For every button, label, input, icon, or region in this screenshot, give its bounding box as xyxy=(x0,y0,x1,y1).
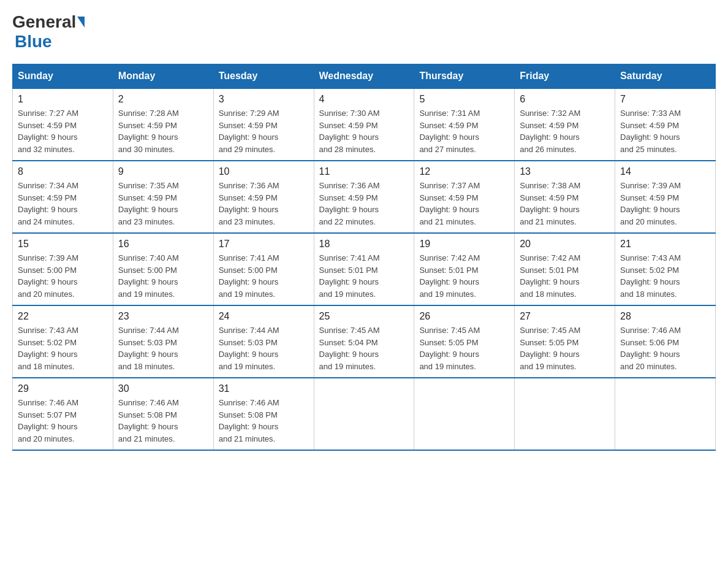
column-header-friday: Friday xyxy=(515,64,615,89)
day-number: 20 xyxy=(520,239,610,250)
day-info: Sunrise: 7:44 AM Sunset: 5:03 PM Dayligh… xyxy=(118,324,208,372)
day-number: 29 xyxy=(18,383,108,394)
column-header-sunday: Sunday xyxy=(13,64,113,89)
calendar-cell: 27 Sunrise: 7:45 AM Sunset: 5:05 PM Dayl… xyxy=(515,305,615,378)
day-info: Sunrise: 7:32 AM Sunset: 4:59 PM Dayligh… xyxy=(520,107,610,155)
day-number: 19 xyxy=(419,239,509,250)
page-header: General Blue xyxy=(12,12,716,52)
calendar-cell: 5 Sunrise: 7:31 AM Sunset: 4:59 PM Dayli… xyxy=(414,88,515,161)
day-info: Sunrise: 7:45 AM Sunset: 5:05 PM Dayligh… xyxy=(520,324,610,372)
day-number: 3 xyxy=(219,94,309,105)
calendar-week-row: 15 Sunrise: 7:39 AM Sunset: 5:00 PM Dayl… xyxy=(13,233,716,305)
day-info: Sunrise: 7:35 AM Sunset: 4:59 PM Dayligh… xyxy=(118,180,208,228)
day-info: Sunrise: 7:41 AM Sunset: 5:00 PM Dayligh… xyxy=(219,252,309,300)
day-info: Sunrise: 7:44 AM Sunset: 5:03 PM Dayligh… xyxy=(219,324,309,372)
day-number: 4 xyxy=(319,94,409,105)
logo-blue-text: Blue xyxy=(15,32,52,51)
day-info: Sunrise: 7:39 AM Sunset: 5:00 PM Dayligh… xyxy=(18,252,108,300)
day-number: 12 xyxy=(419,166,509,177)
calendar-cell xyxy=(314,378,414,450)
calendar-cell: 20 Sunrise: 7:42 AM Sunset: 5:01 PM Dayl… xyxy=(515,233,615,305)
day-info: Sunrise: 7:46 AM Sunset: 5:06 PM Dayligh… xyxy=(620,324,710,372)
calendar-cell: 21 Sunrise: 7:43 AM Sunset: 5:02 PM Dayl… xyxy=(615,233,716,305)
calendar-cell: 7 Sunrise: 7:33 AM Sunset: 4:59 PM Dayli… xyxy=(615,88,716,161)
logo: General Blue xyxy=(12,12,85,52)
calendar-cell: 23 Sunrise: 7:44 AM Sunset: 5:03 PM Dayl… xyxy=(113,305,213,378)
calendar-cell: 3 Sunrise: 7:29 AM Sunset: 4:59 PM Dayli… xyxy=(213,88,314,161)
calendar-week-row: 29 Sunrise: 7:46 AM Sunset: 5:07 PM Dayl… xyxy=(13,378,716,450)
day-number: 1 xyxy=(18,94,108,105)
day-info: Sunrise: 7:34 AM Sunset: 4:59 PM Dayligh… xyxy=(18,180,108,228)
day-info: Sunrise: 7:45 AM Sunset: 5:04 PM Dayligh… xyxy=(319,324,409,372)
calendar-cell: 10 Sunrise: 7:36 AM Sunset: 4:59 PM Dayl… xyxy=(213,161,314,233)
day-info: Sunrise: 7:29 AM Sunset: 4:59 PM Dayligh… xyxy=(219,107,309,155)
calendar-cell: 17 Sunrise: 7:41 AM Sunset: 5:00 PM Dayl… xyxy=(213,233,314,305)
day-number: 28 xyxy=(620,311,710,322)
day-number: 27 xyxy=(520,311,610,322)
day-info: Sunrise: 7:43 AM Sunset: 5:02 PM Dayligh… xyxy=(620,252,710,300)
calendar-cell xyxy=(414,378,515,450)
day-info: Sunrise: 7:43 AM Sunset: 5:02 PM Dayligh… xyxy=(18,324,108,372)
calendar-cell: 18 Sunrise: 7:41 AM Sunset: 5:01 PM Dayl… xyxy=(314,233,414,305)
day-number: 24 xyxy=(219,311,309,322)
calendar-cell: 8 Sunrise: 7:34 AM Sunset: 4:59 PM Dayli… xyxy=(13,161,113,233)
day-number: 9 xyxy=(118,166,208,177)
calendar-cell: 19 Sunrise: 7:42 AM Sunset: 5:01 PM Dayl… xyxy=(414,233,515,305)
day-number: 23 xyxy=(118,311,208,322)
column-header-tuesday: Tuesday xyxy=(213,64,314,89)
day-info: Sunrise: 7:40 AM Sunset: 5:00 PM Dayligh… xyxy=(118,252,208,300)
calendar-week-row: 1 Sunrise: 7:27 AM Sunset: 4:59 PM Dayli… xyxy=(13,88,716,161)
calendar-cell: 13 Sunrise: 7:38 AM Sunset: 4:59 PM Dayl… xyxy=(515,161,615,233)
calendar-cell: 29 Sunrise: 7:46 AM Sunset: 5:07 PM Dayl… xyxy=(13,378,113,450)
day-number: 6 xyxy=(520,94,610,105)
day-number: 18 xyxy=(319,239,409,250)
day-info: Sunrise: 7:28 AM Sunset: 4:59 PM Dayligh… xyxy=(118,107,208,155)
calendar-cell: 2 Sunrise: 7:28 AM Sunset: 4:59 PM Dayli… xyxy=(113,88,213,161)
day-number: 14 xyxy=(620,166,710,177)
column-header-thursday: Thursday xyxy=(414,64,515,89)
day-number: 11 xyxy=(319,166,409,177)
day-info: Sunrise: 7:46 AM Sunset: 5:08 PM Dayligh… xyxy=(118,397,208,445)
calendar-cell: 26 Sunrise: 7:45 AM Sunset: 5:05 PM Dayl… xyxy=(414,305,515,378)
day-info: Sunrise: 7:36 AM Sunset: 4:59 PM Dayligh… xyxy=(219,180,309,228)
calendar-cell: 4 Sunrise: 7:30 AM Sunset: 4:59 PM Dayli… xyxy=(314,88,414,161)
calendar-cell: 24 Sunrise: 7:44 AM Sunset: 5:03 PM Dayl… xyxy=(213,305,314,378)
column-header-wednesday: Wednesday xyxy=(314,64,414,89)
calendar-cell: 14 Sunrise: 7:39 AM Sunset: 4:59 PM Dayl… xyxy=(615,161,716,233)
day-number: 13 xyxy=(520,166,610,177)
calendar-cell xyxy=(515,378,615,450)
column-header-monday: Monday xyxy=(113,64,213,89)
calendar-cell: 11 Sunrise: 7:36 AM Sunset: 4:59 PM Dayl… xyxy=(314,161,414,233)
day-number: 25 xyxy=(319,311,409,322)
day-info: Sunrise: 7:46 AM Sunset: 5:07 PM Dayligh… xyxy=(18,397,108,445)
calendar-cell: 30 Sunrise: 7:46 AM Sunset: 5:08 PM Dayl… xyxy=(113,378,213,450)
day-info: Sunrise: 7:42 AM Sunset: 5:01 PM Dayligh… xyxy=(419,252,509,300)
day-info: Sunrise: 7:36 AM Sunset: 4:59 PM Dayligh… xyxy=(319,180,409,228)
day-info: Sunrise: 7:37 AM Sunset: 4:59 PM Dayligh… xyxy=(419,180,509,228)
day-info: Sunrise: 7:30 AM Sunset: 4:59 PM Dayligh… xyxy=(319,107,409,155)
day-number: 2 xyxy=(118,94,208,105)
calendar-cell: 6 Sunrise: 7:32 AM Sunset: 4:59 PM Dayli… xyxy=(515,88,615,161)
calendar-cell: 1 Sunrise: 7:27 AM Sunset: 4:59 PM Dayli… xyxy=(13,88,113,161)
day-number: 26 xyxy=(419,311,509,322)
day-info: Sunrise: 7:31 AM Sunset: 4:59 PM Dayligh… xyxy=(419,107,509,155)
calendar-cell: 25 Sunrise: 7:45 AM Sunset: 5:04 PM Dayl… xyxy=(314,305,414,378)
calendar-table: SundayMondayTuesdayWednesdayThursdayFrid… xyxy=(12,64,716,451)
day-number: 30 xyxy=(118,383,208,394)
day-number: 8 xyxy=(18,166,108,177)
calendar-cell: 12 Sunrise: 7:37 AM Sunset: 4:59 PM Dayl… xyxy=(414,161,515,233)
day-number: 10 xyxy=(219,166,309,177)
day-number: 22 xyxy=(18,311,108,322)
column-header-saturday: Saturday xyxy=(615,64,716,89)
calendar-week-row: 22 Sunrise: 7:43 AM Sunset: 5:02 PM Dayl… xyxy=(13,305,716,378)
day-number: 7 xyxy=(620,94,710,105)
logo-general-text: General xyxy=(12,12,76,32)
day-info: Sunrise: 7:38 AM Sunset: 4:59 PM Dayligh… xyxy=(520,180,610,228)
calendar-cell: 15 Sunrise: 7:39 AM Sunset: 5:00 PM Dayl… xyxy=(13,233,113,305)
calendar-cell: 16 Sunrise: 7:40 AM Sunset: 5:00 PM Dayl… xyxy=(113,233,213,305)
day-number: 5 xyxy=(419,94,509,105)
day-info: Sunrise: 7:45 AM Sunset: 5:05 PM Dayligh… xyxy=(419,324,509,372)
day-info: Sunrise: 7:41 AM Sunset: 5:01 PM Dayligh… xyxy=(319,252,409,300)
day-info: Sunrise: 7:42 AM Sunset: 5:01 PM Dayligh… xyxy=(520,252,610,300)
calendar-cell: 9 Sunrise: 7:35 AM Sunset: 4:59 PM Dayli… xyxy=(113,161,213,233)
